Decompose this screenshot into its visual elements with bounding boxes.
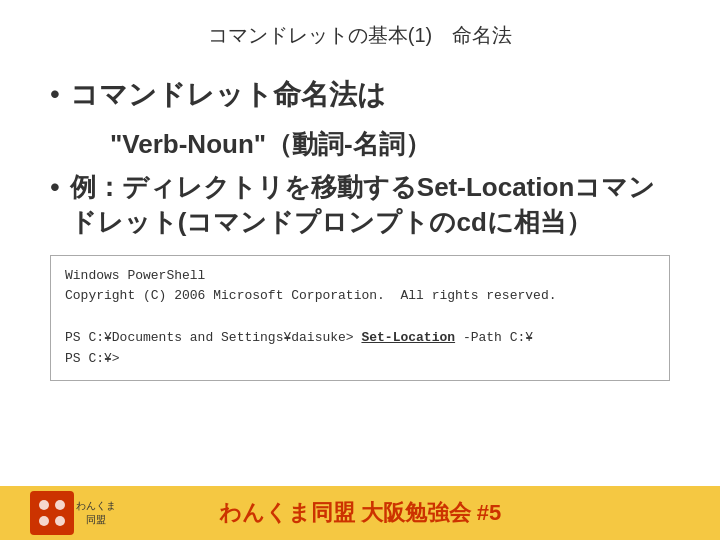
bullet-item-1: • コマンドレット命名法は [50,77,670,113]
bullet-dot-2: • [50,170,60,204]
code-line-4: PS C:¥Documents and Settings¥daisuke> Se… [65,328,655,349]
logo-text-box: わんくま 同盟 [76,499,116,527]
logo-bottom-text: 同盟 [86,513,106,527]
slide-content: • コマンドレット命名法は "Verb-Noun"（動詞-名詞） • 例：ディレ… [0,67,720,486]
footer-text: わんくま同盟 大阪勉強会 #5 [219,498,502,528]
bullet-text-1: コマンドレット命名法は [70,77,386,113]
code-line-1: Windows PowerShell [65,266,655,287]
bullet-sub-text: "Verb-Noun"（動詞-名詞） [110,129,431,159]
logo-icon [30,491,74,535]
code-command: Set-Location [361,330,455,345]
code-box: Windows PowerShell Copyright (C) 2006 Mi… [50,255,670,381]
slide-title: コマンドレットの基本(1) 命名法 [0,0,720,67]
footer-logo: わんくま 同盟 [30,491,116,535]
bullet-sub-1: "Verb-Noun"（動詞-名詞） [50,127,670,162]
bullet-text-2a: 例：ディレクトリを移動するSet-Locationコマン [70,170,655,205]
logo-svg [34,495,70,531]
svg-point-3 [55,516,65,526]
svg-point-0 [39,500,49,510]
bullet-dot-1: • [50,77,60,111]
footer: わんくま 同盟 わんくま同盟 大阪勉強会 #5 [0,486,720,540]
slide-container: コマンドレットの基本(1) 命名法 • コマンドレット命名法は "Verb-No… [0,0,720,540]
code-line-2: Copyright (C) 2006 Microsoft Corporation… [65,286,655,307]
bullet-text-2-container: 例：ディレクトリを移動するSet-Locationコマン ドレット(コマンドプロ… [70,170,655,240]
logo-top-text: わんくま [76,499,116,513]
svg-point-1 [55,500,65,510]
bullet-item-2: • 例：ディレクトリを移動するSet-Locationコマン ドレット(コマンド… [50,170,670,240]
code-line-3 [65,307,655,328]
bullet-text-2b: ドレット(コマンドプロンプトのcdに相当） [70,205,655,240]
code-line-5: PS C:¥> [65,349,655,370]
svg-point-2 [39,516,49,526]
